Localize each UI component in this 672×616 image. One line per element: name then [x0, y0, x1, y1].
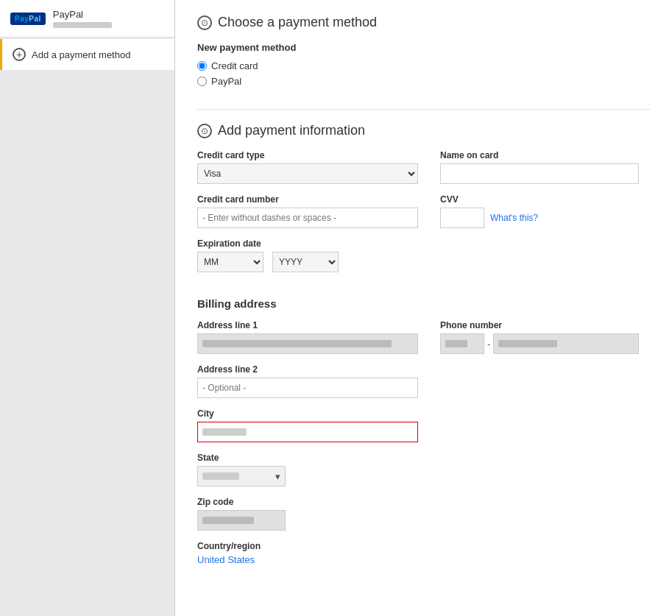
- credit-card-type-select[interactable]: Visa Mastercard Amex Discover: [197, 163, 418, 184]
- country-group: Country/region United States: [197, 541, 418, 565]
- name-on-card-group: Name on card: [440, 150, 639, 184]
- choose-payment-header: ⊙ Choose a payment method: [197, 15, 650, 30]
- radio-paypal-input[interactable]: [197, 77, 207, 86]
- phone-number-input[interactable]: [493, 333, 639, 354]
- city-input[interactable]: [197, 422, 418, 442]
- cvv-group: CVV What's this?: [440, 194, 639, 228]
- city-label: City: [197, 408, 418, 419]
- add-payment-method-button[interactable]: + Add a payment method: [0, 39, 174, 70]
- paypal-info: PayPal: [53, 9, 112, 28]
- phone-number-label: Phone number: [440, 320, 639, 330]
- cvv-label: CVV: [440, 194, 639, 205]
- cvv-row: What's this?: [440, 208, 639, 228]
- radio-paypal[interactable]: PayPal: [197, 76, 650, 87]
- form-right-col: Name on card CVV What's this?: [440, 150, 639, 283]
- credit-card-number-input[interactable]: [197, 208, 418, 228]
- add-payment-header: ⊙ Add payment information: [197, 123, 650, 138]
- country-label: Country/region: [197, 541, 418, 551]
- expiration-date-label: Expiration date: [197, 238, 418, 249]
- billing-right-col: Phone number -: [440, 320, 639, 576]
- expiration-row: MM 01020304 05060708 09101112 YYYY 20242…: [197, 252, 418, 272]
- choose-payment-icon: ⊙: [197, 15, 212, 30]
- billing-address-section: Billing address Address line 1 Address l…: [197, 297, 650, 576]
- paypal-sub-text: [53, 22, 112, 28]
- radio-paypal-label: PayPal: [211, 76, 241, 87]
- billing-left-col: Address line 1 Address line 2 City: [197, 320, 418, 576]
- credit-card-type-label: Credit card type: [197, 150, 418, 160]
- section-divider: [197, 109, 650, 110]
- credit-card-number-label: Credit card number: [197, 194, 418, 205]
- phone-area-input[interactable]: [440, 333, 484, 354]
- expiration-date-group: Expiration date MM 01020304 05060708 091…: [197, 238, 418, 272]
- address-line1-group: Address line 1: [197, 320, 418, 354]
- new-method-label: New payment method: [197, 42, 650, 53]
- billing-grid: Address line 1 Address line 2 City: [197, 320, 650, 576]
- address-line2-label: Address line 2: [197, 364, 418, 375]
- add-payment-label: Add a payment method: [32, 49, 130, 60]
- address-line1-input[interactable]: [197, 333, 418, 354]
- sidebar: PayPal PayPal + Add a payment method: [0, 0, 175, 616]
- expiration-year-select[interactable]: YYYY 202420252026 2027202820292030: [272, 252, 339, 272]
- form-left-col: Credit card type Visa Mastercard Amex Di…: [197, 150, 418, 283]
- billing-address-title: Billing address: [197, 297, 650, 310]
- credit-card-type-group: Credit card type Visa Mastercard Amex Di…: [197, 150, 418, 184]
- radio-credit-card-input[interactable]: [197, 61, 207, 71]
- whats-this-link[interactable]: What's this?: [490, 213, 538, 223]
- add-payment-info-section: ⊙ Add payment information Credit card ty…: [197, 123, 650, 576]
- phone-row: -: [440, 333, 639, 354]
- zip-input[interactable]: [197, 510, 286, 531]
- phone-dash: -: [487, 339, 490, 350]
- expiration-month-select[interactable]: MM 01020304 05060708 09101112: [197, 252, 264, 272]
- state-select[interactable]: ▾: [197, 466, 286, 486]
- name-on-card-input[interactable]: [440, 163, 639, 184]
- address-line1-label: Address line 1: [197, 320, 418, 330]
- add-payment-icon: ⊙: [197, 124, 212, 138]
- address-line2-group: Address line 2: [197, 364, 418, 398]
- state-label: State: [197, 453, 418, 463]
- zip-code-label: Zip code: [197, 497, 418, 507]
- main-content: ⊙ Choose a payment method New payment me…: [175, 0, 672, 616]
- add-payment-title: Add payment information: [218, 123, 365, 138]
- paypal-logo: PayPal: [10, 13, 46, 25]
- choose-payment-section: ⊙ Choose a payment method New payment me…: [197, 15, 650, 87]
- country-value: United States: [197, 554, 255, 565]
- cvv-input[interactable]: [440, 208, 484, 228]
- zip-code-group: Zip code: [197, 497, 418, 531]
- choose-payment-title: Choose a payment method: [218, 15, 377, 30]
- city-group: City: [197, 408, 418, 442]
- credit-card-number-group: Credit card number: [197, 194, 418, 228]
- phone-number-group: Phone number -: [440, 320, 639, 354]
- address-line2-input[interactable]: [197, 378, 418, 398]
- add-icon: +: [13, 48, 26, 61]
- radio-credit-card[interactable]: Credit card: [197, 60, 650, 71]
- name-on-card-label: Name on card: [440, 150, 639, 160]
- radio-credit-card-label: Credit card: [211, 60, 258, 71]
- payment-options: Credit card PayPal: [197, 60, 650, 87]
- sidebar-paypal-item: PayPal PayPal: [0, 0, 174, 38]
- payment-form-grid: Credit card type Visa Mastercard Amex Di…: [197, 150, 650, 283]
- state-group: State ▾: [197, 453, 418, 486]
- paypal-name: PayPal: [53, 9, 112, 20]
